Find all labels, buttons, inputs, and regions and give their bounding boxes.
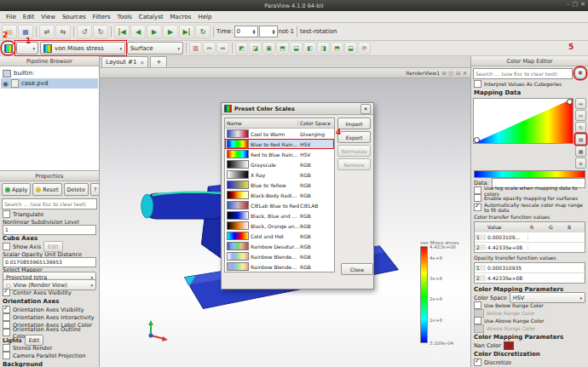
- preset-row[interactable]: Grayscale RGB: [225, 159, 334, 169]
- column-name[interactable]: Name: [225, 120, 298, 126]
- set-view-minus-y-icon[interactable]: ◨: [317, 42, 330, 54]
- apply-button[interactable]: Apply: [2, 183, 31, 196]
- dialog-close-icon[interactable]: ✕: [360, 104, 371, 114]
- control-point[interactable]: [567, 99, 573, 105]
- menu-tools[interactable]: Tools: [114, 14, 135, 20]
- table-row[interactable]: 1 0.0003109...: [475, 232, 585, 243]
- preset-row[interactable]: Rainbow Desaturated RGB: [225, 241, 334, 251]
- choose-preset-icon[interactable]: ▤: [575, 134, 586, 145]
- camera-parallel-checkbox[interactable]: [3, 352, 10, 359]
- properties-search-input[interactable]: [2, 198, 97, 209]
- menu-macros[interactable]: Macros: [167, 14, 195, 20]
- preset-row-selected[interactable]: Blue to Red Rainbow HSV: [225, 139, 334, 149]
- opacity-mapping-checkbox[interactable]: [474, 194, 481, 202]
- menu-file[interactable]: File: [3, 14, 20, 20]
- preset-row[interactable]: Black-Body Radiation RGB: [225, 190, 334, 200]
- preset-row[interactable]: Blue to Yellow RGB: [225, 180, 334, 190]
- undock-view-icon[interactable]: ⧉: [442, 70, 446, 77]
- split-vertical-icon[interactable]: ⊟: [456, 70, 460, 76]
- menu-help[interactable]: Help: [194, 14, 215, 20]
- column-color-space[interactable]: Color Space: [298, 120, 334, 126]
- table-row[interactable]: 2 4.42335e+08: [475, 243, 585, 252]
- save-state-icon[interactable]: ▦: [18, 25, 33, 39]
- render-view[interactable]: von Mises stress 4.423e+08 4e+8 3e+8 2e+…: [100, 78, 470, 367]
- preset-row[interactable]: Rainbow Blended White RGB: [225, 251, 334, 261]
- disconnect-server-icon[interactable]: ⇆: [55, 25, 71, 39]
- set-view-plus-y-icon[interactable]: ◧: [303, 42, 316, 54]
- preset-row[interactable]: X Ray RGB: [225, 169, 334, 180]
- toggle-color-legend-icon[interactable]: ▥: [189, 42, 202, 54]
- preset-row[interactable]: Black, Orange and White RGB: [225, 221, 334, 231]
- open-file-icon[interactable]: ▤: [2, 25, 17, 39]
- redo-icon[interactable]: ↻: [93, 25, 108, 39]
- nan-color-swatch[interactable]: [504, 341, 514, 350]
- close-button[interactable]: Close: [341, 263, 373, 275]
- representation-combo[interactable]: Surface: [127, 42, 183, 54]
- menu-filters[interactable]: Filters: [89, 14, 114, 20]
- add-layout-tab[interactable]: +: [150, 56, 167, 67]
- menu-catalyst[interactable]: Catalyst: [135, 14, 167, 20]
- rescale-over-time-icon[interactable]: ↻: [575, 122, 586, 133]
- spin-arrows-icon[interactable]: ▲▼: [272, 29, 274, 34]
- play-icon[interactable]: ▶: [147, 25, 162, 39]
- oa-visibility-checkbox[interactable]: [3, 306, 10, 313]
- oa-interactivity-checkbox[interactable]: [3, 313, 10, 321]
- macro-label[interactable]: test-rotation: [300, 28, 337, 35]
- tab-close-icon[interactable]: ✕: [140, 60, 144, 66]
- split-horizontal-icon[interactable]: ◫: [448, 70, 453, 76]
- rescale-to-data-range-icon[interactable]: ↔: [575, 98, 586, 109]
- loop-icon[interactable]: ↻: [195, 25, 210, 39]
- menu-edit[interactable]: Edit: [20, 14, 38, 20]
- table-row[interactable]: 1 0.000310935: [475, 263, 585, 273]
- reset-camera-icon[interactable]: ◩: [235, 42, 248, 54]
- stereo-render-checkbox[interactable]: [3, 344, 10, 352]
- use-below-range-checkbox[interactable]: [474, 301, 481, 309]
- color-legend[interactable]: von Mises stress 4.423e+08 4e+8 3e+8 2e+…: [420, 240, 470, 343]
- preset-row[interactable]: Cold and Hot RGB: [225, 231, 334, 241]
- undo-icon[interactable]: ↺: [77, 25, 92, 39]
- next-frame-icon[interactable]: ▶: [163, 25, 178, 39]
- table-row[interactable]: 2 4.42335e+08: [475, 273, 585, 283]
- set-view-minus-x-icon[interactable]: ⬓: [290, 42, 303, 54]
- rescale-to-data-range-icon[interactable]: ↔: [203, 42, 216, 54]
- colormap-search-input[interactable]: [473, 68, 573, 79]
- close-icon[interactable]: ✕: [580, 1, 585, 8]
- time-value-spinbox[interactable]: 0 ▲▼: [234, 26, 258, 37]
- previous-frame-icon[interactable]: ◀: [130, 25, 146, 39]
- set-view-minus-z-icon[interactable]: ⬓: [344, 42, 357, 54]
- remove-button[interactable]: Remove: [337, 158, 371, 170]
- transfer-function-canvas[interactable]: [473, 98, 574, 144]
- last-frame-icon[interactable]: ▶|: [179, 25, 194, 39]
- oa-label-color-checkbox[interactable]: [3, 321, 10, 329]
- preset-row[interactable]: Red to Blue Rainbow HSV: [225, 149, 334, 159]
- use-above-range-checkbox[interactable]: [474, 317, 481, 324]
- set-view-plus-z-icon[interactable]: ⬒: [331, 42, 343, 54]
- discretize-checkbox[interactable]: [474, 358, 481, 366]
- delete-button[interactable]: Delete: [64, 183, 89, 196]
- preset-row[interactable]: Cool to Warm Diverging: [225, 129, 334, 139]
- preset-row[interactable]: Rainbow Blended Grey RGB: [225, 261, 334, 272]
- show-axis-checkbox[interactable]: [3, 243, 10, 250]
- maximize-icon[interactable]: ▢: [573, 1, 579, 8]
- advanced-options-icon[interactable]: ≡: [575, 158, 586, 169]
- help-button[interactable]: ?: [90, 183, 100, 196]
- control-point[interactable]: [474, 137, 480, 143]
- rotate-90-icon[interactable]: ⟳: [358, 42, 371, 54]
- menu-view[interactable]: View: [37, 14, 59, 20]
- color-field-combo[interactable]: von Mises stress: [40, 42, 125, 54]
- pipeline-item-case[interactable]: ◉ case.pvd: [1, 78, 98, 89]
- first-frame-icon[interactable]: |◀: [114, 25, 130, 39]
- preset-row[interactable]: CIELab Blue to Red CIELAB: [225, 200, 334, 210]
- save-to-preset-icon[interactable]: ▦: [575, 146, 586, 157]
- menu-sources[interactable]: Sources: [59, 14, 89, 20]
- zoom-to-box-icon[interactable]: ▣: [262, 42, 275, 54]
- visibility-eye-icon[interactable]: ◉: [3, 80, 9, 88]
- interpret-categories-checkbox[interactable]: [474, 80, 481, 88]
- export-button[interactable]: Export: [337, 131, 371, 143]
- connect-server-icon[interactable]: ⇄: [39, 25, 55, 39]
- rescale-to-custom-range-icon[interactable]: ⇔: [216, 42, 229, 54]
- log-scale-checkbox[interactable]: [474, 186, 481, 194]
- center-axes-checkbox[interactable]: [3, 289, 10, 296]
- import-button[interactable]: Import: [337, 118, 371, 129]
- pipeline-item-builtin[interactable]: builtin:: [1, 68, 98, 78]
